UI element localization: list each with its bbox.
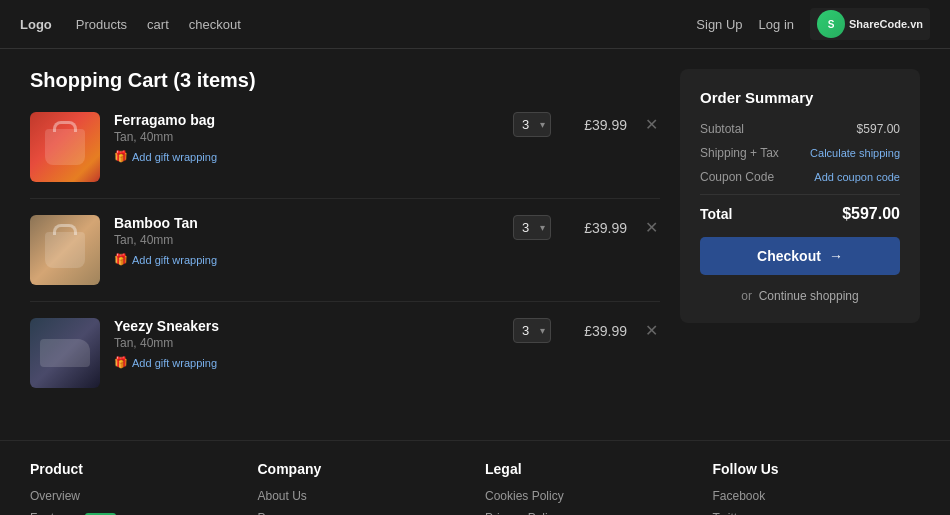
remove-item-3[interactable]: ✕ xyxy=(643,319,660,342)
footer-link-features[interactable]: Features New xyxy=(30,511,238,515)
bag-icon xyxy=(45,232,85,268)
continue-shopping-link[interactable]: Continue shopping xyxy=(759,289,859,303)
footer-col-title-product: Product xyxy=(30,461,238,477)
footer-grid: Product Overview Features New Tutorials … xyxy=(30,461,920,515)
nav-cart[interactable]: cart xyxy=(147,17,169,32)
item-price: £39.99 xyxy=(567,220,627,236)
shipping-row: Shipping + Tax Calculate shipping xyxy=(700,146,900,160)
nav-logo[interactable]: Logo xyxy=(20,17,52,32)
item-details-bamboo: Bamboo Tan Tan, 40mm 🎁 Add gift wrapping xyxy=(114,215,499,266)
subtotal-row: Subtotal $597.00 xyxy=(700,122,900,136)
item-variant: Tan, 40mm xyxy=(114,130,499,144)
footer: Product Overview Features New Tutorials … xyxy=(0,440,950,515)
qty-wrapper: 31245 xyxy=(513,215,551,240)
item-name: Yeezy Sneakers xyxy=(114,318,499,334)
item-image-bamboo xyxy=(30,215,100,285)
bag-icon xyxy=(45,129,85,165)
footer-col-title-follow: Follow Us xyxy=(713,461,921,477)
checkout-arrow: → xyxy=(829,248,843,264)
nav-right: Sign Up Log in S ShareCode.vn xyxy=(696,8,930,40)
remove-item-1[interactable]: ✕ xyxy=(643,113,660,136)
cart-item: Yeezy Sneakers Tan, 40mm 🎁 Add gift wrap… xyxy=(30,318,660,404)
nav-signup[interactable]: Sign Up xyxy=(696,17,742,32)
footer-col-company: Company About Us Press Careers Contact U… xyxy=(258,461,466,515)
footer-col-product: Product Overview Features New Tutorials … xyxy=(30,461,238,515)
footer-link-privacy[interactable]: Privacy Policy xyxy=(485,511,693,515)
subtotal-value: $597.00 xyxy=(857,122,900,136)
subtotal-label: Subtotal xyxy=(700,122,744,136)
footer-link-cookies[interactable]: Cookies Policy xyxy=(485,489,693,503)
item-gift-ferragamo[interactable]: 🎁 Add gift wrapping xyxy=(114,150,499,163)
gift-icon: 🎁 xyxy=(114,150,128,163)
add-coupon-link[interactable]: Add coupon code xyxy=(814,171,900,183)
checkout-label: Checkout xyxy=(757,248,821,264)
footer-link-press[interactable]: Press xyxy=(258,511,466,515)
gift-icon: 🎁 xyxy=(114,356,128,369)
footer-link-facebook[interactable]: Facebook xyxy=(713,489,921,503)
item-variant: Tan, 40mm xyxy=(114,233,499,247)
footer-col-legal: Legal Cookies Policy Privacy Policy Term… xyxy=(485,461,693,515)
order-summary: Order Summary Subtotal $597.00 Shipping … xyxy=(680,69,920,323)
coupon-row: Coupon Code Add coupon code xyxy=(700,170,900,184)
qty-select-1[interactable]: 31245 xyxy=(513,112,551,137)
item-qty-price: 31245 £39.99 ✕ xyxy=(513,215,660,240)
item-name: Bamboo Tan xyxy=(114,215,499,231)
nav-login[interactable]: Log in xyxy=(759,17,794,32)
item-details-yeezy: Yeezy Sneakers Tan, 40mm 🎁 Add gift wrap… xyxy=(114,318,499,369)
footer-col-follow: Follow Us Facebook Twitter Dribbble Inst… xyxy=(713,461,921,515)
item-details-ferragamo: Ferragamo bag Tan, 40mm 🎁 Add gift wrapp… xyxy=(114,112,499,163)
remove-item-2[interactable]: ✕ xyxy=(643,216,660,239)
item-gift-yeezy[interactable]: 🎁 Add gift wrapping xyxy=(114,356,499,369)
brand-logo: S ShareCode.vn xyxy=(810,8,930,40)
item-name: Ferragamo bag xyxy=(114,112,499,128)
continue-shopping: or Continue shopping xyxy=(700,289,900,303)
cart-title: Shopping Cart (3 items) xyxy=(30,69,660,92)
item-variant: Tan, 40mm xyxy=(114,336,499,350)
cart-item: Ferragamo bag Tan, 40mm 🎁 Add gift wrapp… xyxy=(30,112,660,199)
footer-col-title-company: Company xyxy=(258,461,466,477)
footer-link-about[interactable]: About Us xyxy=(258,489,466,503)
item-price: £39.99 xyxy=(567,117,627,133)
item-image-ferragamo xyxy=(30,112,100,182)
calculate-shipping-link[interactable]: Calculate shipping xyxy=(810,147,900,159)
qty-select-3[interactable]: 31245 xyxy=(513,318,551,343)
brand-text: ShareCode.vn xyxy=(849,18,923,30)
qty-wrapper: 31245 xyxy=(513,318,551,343)
qty-select-2[interactable]: 31245 xyxy=(513,215,551,240)
navbar: Logo Products cart checkout Sign Up Log … xyxy=(0,0,950,49)
cart-section: Shopping Cart (3 items) Ferragamo bag Ta… xyxy=(30,69,660,420)
footer-link-twitter[interactable]: Twitter xyxy=(713,511,921,515)
yeezy-img xyxy=(30,318,100,388)
main-content: Shopping Cart (3 items) Ferragamo bag Ta… xyxy=(0,49,950,440)
item-price: £39.99 xyxy=(567,323,627,339)
sneaker-icon xyxy=(40,339,90,367)
total-label: Total xyxy=(700,206,732,222)
item-qty-price: 31245 £39.99 ✕ xyxy=(513,318,660,343)
item-qty-price: 31245 £39.99 ✕ xyxy=(513,112,660,137)
bamboo-img xyxy=(30,215,100,285)
brand-badge-icon: S xyxy=(817,10,845,38)
nav-products[interactable]: Products xyxy=(76,17,127,32)
total-row: Total $597.00 xyxy=(700,205,900,223)
checkout-button[interactable]: Checkout → xyxy=(700,237,900,275)
qty-wrapper: 31245 xyxy=(513,112,551,137)
item-image-yeezy xyxy=(30,318,100,388)
nav-checkout[interactable]: checkout xyxy=(189,17,241,32)
summary-title: Order Summary xyxy=(700,89,900,106)
summary-divider xyxy=(700,194,900,195)
ferragamo-img xyxy=(30,112,100,182)
gift-icon: 🎁 xyxy=(114,253,128,266)
cart-item: Bamboo Tan Tan, 40mm 🎁 Add gift wrapping… xyxy=(30,215,660,302)
shipping-label: Shipping + Tax xyxy=(700,146,779,160)
total-value: $597.00 xyxy=(842,205,900,223)
footer-link-overview[interactable]: Overview xyxy=(30,489,238,503)
coupon-label: Coupon Code xyxy=(700,170,774,184)
item-gift-bamboo[interactable]: 🎁 Add gift wrapping xyxy=(114,253,499,266)
footer-col-title-legal: Legal xyxy=(485,461,693,477)
nav-links: Products cart checkout xyxy=(76,17,697,32)
